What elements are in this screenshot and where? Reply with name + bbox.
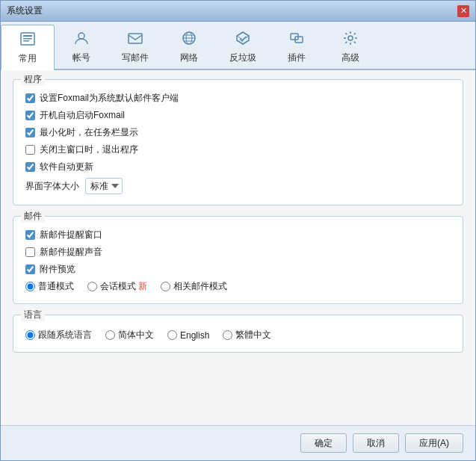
mail-mode-radio-group: 普通模式 会话模式 新 相关邮件模式 (25, 280, 451, 293)
common-icon (19, 31, 36, 51)
tab-spam[interactable]: 反垃圾 (216, 25, 270, 69)
radio-traditional-chinese[interactable] (223, 330, 232, 340)
radio-simplified-chinese-label: 简体中文 (118, 329, 154, 341)
radio-normal-mode[interactable] (25, 282, 35, 291)
close-button[interactable]: ✕ (457, 5, 469, 17)
language-radio-group: 跟随系统语言 简体中文 English 繁體中文 (25, 329, 451, 341)
font-size-select[interactable]: 小 标准 大 (85, 178, 123, 194)
radio-english-label: English (180, 330, 209, 341)
plugins-icon (288, 30, 305, 50)
tab-compose[interactable]: 写邮件 (108, 25, 162, 69)
window-title: 系统设置 (7, 4, 43, 17)
tab-advanced-label: 高级 (341, 52, 359, 64)
checkbox-default-client-label: 设置Foxmail为系统默认邮件客户端 (40, 92, 179, 105)
font-size-label: 界面字体大小 (25, 180, 79, 193)
checkbox-row-minimize: 最小化时，在任务栏显示 (25, 126, 451, 139)
svg-rect-2 (23, 38, 32, 40)
radio-option-normal: 普通模式 (25, 280, 74, 293)
radio-related-mode-label: 相关邮件模式 (173, 280, 227, 293)
checkbox-row-close-exit: 关闭主窗口时，退出程序 (25, 143, 451, 156)
checkbox-minimize-label: 最小化时，在任务栏显示 (40, 126, 138, 139)
checkbox-attachment-preview[interactable] (25, 264, 35, 274)
language-section-content: 跟随系统语言 简体中文 English 繁體中文 (25, 329, 451, 341)
radio-english[interactable] (167, 330, 177, 340)
footer: 确定 取消 应用(A) (1, 425, 475, 460)
radio-option-english: English (167, 330, 209, 341)
advanced-icon (342, 30, 359, 50)
radio-follow-system-label: 跟随系统语言 (38, 329, 92, 341)
language-section: 语言 跟随系统语言 简体中文 English (13, 315, 463, 353)
language-section-title: 语言 (21, 309, 45, 321)
cancel-button[interactable]: 取消 (353, 433, 399, 453)
content-area: 程序 设置Foxmail为系统默认邮件客户端 开机自动启动Foxmail 最小化… (1, 70, 475, 425)
tab-common[interactable]: 常用 (1, 25, 55, 70)
tab-bar: 常用 帐号 写邮件 (1, 22, 475, 70)
radio-option-related: 相关邮件模式 (161, 280, 227, 293)
checkbox-mail-popup[interactable] (25, 230, 35, 240)
mail-section-title: 邮件 (21, 210, 45, 223)
radio-option-session: 会话模式 新 (87, 280, 147, 293)
tab-account-label: 帐号 (72, 52, 90, 64)
title-bar: 系统设置 ✕ (1, 1, 475, 22)
radio-option-simplified-chinese: 简体中文 (105, 329, 154, 341)
radio-option-traditional-chinese: 繁體中文 (223, 329, 271, 341)
checkbox-auto-start[interactable] (25, 111, 35, 120)
checkbox-row-mail-popup: 新邮件提醒窗口 (25, 229, 451, 241)
checkbox-auto-start-label: 开机自动启动Foxmail (40, 109, 125, 122)
session-mode-badge: 新 (138, 281, 147, 291)
tab-network-label: 网络 (180, 52, 198, 64)
tab-account[interactable]: 帐号 (55, 25, 108, 69)
checkbox-auto-update-label: 软件自动更新 (40, 161, 93, 173)
account-icon (73, 30, 90, 50)
checkbox-close-exit-label: 关闭主窗口时，退出程序 (40, 143, 138, 156)
mail-section-content: 新邮件提醒窗口 新邮件提醒声音 附件预览 普通模式 (25, 229, 451, 293)
compose-icon (127, 30, 143, 50)
tab-spam-label: 反垃圾 (229, 52, 256, 64)
checkbox-attachment-preview-label: 附件预览 (40, 263, 75, 276)
main-window: 系统设置 ✕ 常用 帐号 (0, 0, 476, 461)
radio-session-mode[interactable] (87, 282, 97, 291)
font-size-row: 界面字体大小 小 标准 大 (25, 178, 451, 194)
checkbox-mail-sound-label: 新邮件提醒声音 (40, 246, 102, 259)
checkbox-minimize-taskbar[interactable] (25, 128, 35, 137)
mail-section: 邮件 新邮件提醒窗口 新邮件提醒声音 附件预览 普通模式 (13, 216, 463, 304)
radio-normal-mode-label: 普通模式 (38, 280, 74, 293)
svg-rect-5 (129, 34, 142, 43)
program-section: 程序 设置Foxmail为系统默认邮件客户端 开机自动启动Foxmail 最小化… (13, 79, 463, 205)
radio-session-mode-label: 会话模式 新 (100, 280, 147, 293)
tab-advanced[interactable]: 高级 (324, 25, 377, 69)
svg-rect-1 (23, 35, 32, 37)
spam-icon (235, 30, 251, 50)
radio-follow-system[interactable] (25, 330, 35, 340)
checkbox-auto-update[interactable] (25, 162, 35, 172)
checkbox-mail-sound[interactable] (25, 247, 35, 257)
tab-common-label: 常用 (19, 52, 37, 65)
ok-button[interactable]: 确定 (300, 433, 347, 453)
program-section-content: 设置Foxmail为系统默认邮件客户端 开机自动启动Foxmail 最小化时，在… (25, 92, 451, 194)
svg-point-13 (348, 36, 353, 40)
radio-simplified-chinese[interactable] (105, 330, 115, 340)
network-icon (181, 30, 197, 50)
program-section-title: 程序 (21, 73, 45, 86)
checkbox-mail-popup-label: 新邮件提醒窗口 (40, 229, 102, 241)
checkbox-row-auto-update: 软件自动更新 (25, 161, 451, 173)
svg-rect-3 (23, 40, 29, 42)
checkbox-default-client[interactable] (25, 93, 35, 103)
tab-plugins-label: 插件 (288, 52, 306, 64)
svg-point-4 (78, 33, 84, 39)
apply-button[interactable]: 应用(A) (405, 433, 463, 453)
tab-network[interactable]: 网络 (162, 25, 216, 69)
checkbox-row-auto-start: 开机自动启动Foxmail (25, 109, 451, 122)
tab-compose-label: 写邮件 (122, 52, 149, 64)
checkbox-row-attachment-preview: 附件预览 (25, 263, 451, 276)
checkbox-close-exit[interactable] (25, 145, 35, 155)
radio-related-mode[interactable] (161, 282, 170, 291)
checkbox-row-default-client: 设置Foxmail为系统默认邮件客户端 (25, 92, 451, 105)
radio-option-follow-system: 跟随系统语言 (25, 329, 92, 341)
checkbox-row-mail-sound: 新邮件提醒声音 (25, 246, 451, 259)
radio-traditional-chinese-label: 繁體中文 (235, 329, 271, 341)
tab-plugins[interactable]: 插件 (270, 25, 324, 69)
